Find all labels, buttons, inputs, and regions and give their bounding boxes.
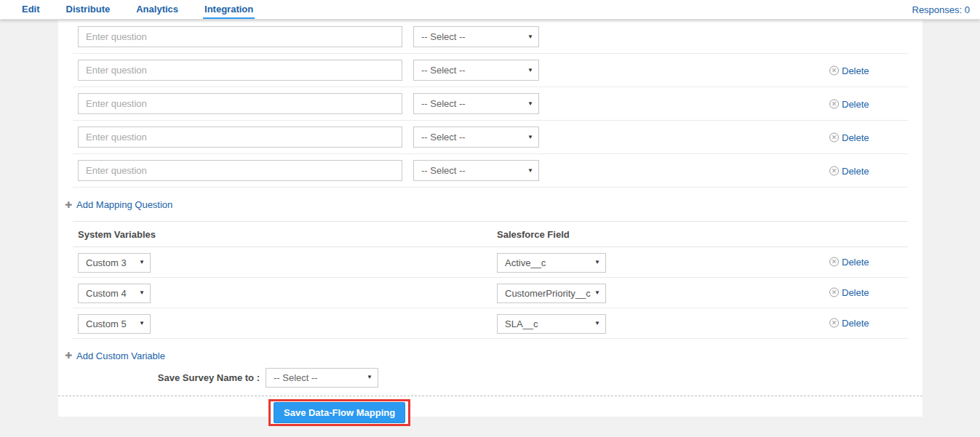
circled-x-icon: ✕ [829,166,839,175]
delete-label: Delete [842,318,869,329]
select-value: -- Select -- [421,98,466,109]
plus-icon: ✚ [65,351,72,360]
select-value: -- Select -- [274,372,318,383]
circled-x-icon: ✕ [829,288,839,297]
delete-label: Delete [842,65,869,76]
chevron-down-icon: ▼ [527,34,533,40]
question-field-select[interactable]: -- Select -- ▼ [413,60,539,81]
salesforce-field-select[interactable]: Active__c ▼ [497,253,606,273]
select-value: -- Select -- [421,165,466,176]
tab-edit[interactable]: Edit [20,0,41,19]
tab-distribute[interactable]: Distribute [65,0,112,19]
delete-variable-button[interactable]: ✕ Delete [829,257,869,268]
save-data-flow-mapping-button[interactable]: Save Data-Flow Mapping [274,402,405,423]
chevron-down-icon: ▼ [594,321,600,326]
salesforce-field-select[interactable]: SLA__c ▼ [497,314,606,334]
chevron-down-icon: ▼ [527,135,533,140]
select-value: -- Select -- [421,31,466,42]
footer-row: Save Data-Flow Mapping [58,396,923,426]
system-variable-select[interactable]: Custom 4 ▼ [78,284,151,303]
variable-row: Custom 5 ▼ SLA__c ▼ ✕ Delete [73,308,908,339]
add-custom-variable-label: Add Custom Variable [76,350,165,361]
chevron-down-icon: ▼ [527,101,533,107]
save-survey-name-row: Save Survey Name to : -- Select -- ▼ [58,366,923,389]
save-survey-name-label: Save Survey Name to : [58,372,266,383]
mapping-question-row: -- Select -- ▼ ✕ Delete [73,154,908,188]
select-value: -- Select -- [421,132,466,143]
variables-header-row: System Variables Salesforce Field [73,222,908,247]
nav-spacer [266,0,912,19]
system-variable-select[interactable]: Custom 5 ▼ [78,314,151,334]
chevron-down-icon: ▼ [367,374,373,380]
question-field-select[interactable]: -- Select -- ▼ [413,127,539,148]
circled-x-icon: ✕ [829,318,839,328]
variable-row: Custom 3 ▼ Active__c ▼ ✕ Delete [73,247,908,278]
select-value: Custom 4 [86,288,127,299]
mapping-question-row: -- Select -- ▼ ✕ Delete [73,87,908,121]
system-variables-header: System Variables [78,222,156,247]
select-value: -- Select -- [421,65,466,76]
integration-panel: -- Select -- ▼ -- Select -- ▼ ✕ Delete -… [58,20,923,417]
annotation-highlight-box: Save Data-Flow Mapping [268,399,410,426]
responses-count[interactable]: Responses: 0 [912,0,971,19]
circled-x-icon: ✕ [829,257,839,267]
plus-icon: ✚ [65,201,72,209]
select-value: CustomerPriority__c [505,288,591,299]
variables-table: System Variables Salesforce Field Custom… [73,221,908,339]
delete-question-button[interactable]: ✕ Delete [829,132,869,143]
top-navbar: Edit Distribute Analytics Integration Re… [0,0,980,20]
add-custom-variable-button[interactable]: ✚ Add Custom Variable [65,350,165,361]
circled-x-icon: ✕ [829,99,839,108]
select-value: Custom 3 [86,257,127,268]
select-value: SLA__c [505,318,538,329]
save-survey-name-select[interactable]: -- Select -- ▼ [266,368,378,388]
delete-question-button[interactable]: ✕ Delete [829,65,869,76]
question-field-select[interactable]: -- Select -- ▼ [413,93,539,114]
chevron-down-icon: ▼ [139,260,145,265]
tab-analytics[interactable]: Analytics [135,0,180,19]
chevron-down-icon: ▼ [594,260,600,265]
delete-question-button[interactable]: ✕ Delete [829,98,869,109]
chevron-down-icon: ▼ [594,290,600,296]
delete-variable-button[interactable]: ✕ Delete [829,318,869,329]
mapping-question-list: -- Select -- ▼ -- Select -- ▼ ✕ Delete -… [73,20,908,188]
question-input[interactable] [78,60,402,81]
question-input[interactable] [78,127,402,148]
mapping-question-row: -- Select -- ▼ [73,20,908,54]
question-input[interactable] [78,93,402,114]
variable-row: Custom 4 ▼ CustomerPriority__c ▼ ✕ Delet… [73,278,908,308]
select-value: Custom 5 [86,318,127,329]
delete-label: Delete [842,132,869,143]
salesforce-field-select[interactable]: CustomerPriority__c ▼ [497,284,606,303]
question-field-select[interactable]: -- Select -- ▼ [413,160,539,181]
select-value: Active__c [505,257,546,268]
delete-question-button[interactable]: ✕ Delete [829,165,869,176]
add-mapping-question-button[interactable]: ✚ Add Mapping Question [65,199,172,210]
chevron-down-icon: ▼ [527,68,533,73]
mapping-question-row: -- Select -- ▼ ✕ Delete [73,54,908,87]
chevron-down-icon: ▼ [139,321,145,326]
add-mapping-question-label: Add Mapping Question [76,199,172,210]
system-variable-select[interactable]: Custom 3 ▼ [78,253,151,273]
chevron-down-icon: ▼ [527,168,533,174]
delete-label: Delete [842,165,869,176]
question-input[interactable] [78,160,402,181]
question-input[interactable] [78,26,402,47]
tab-integration[interactable]: Integration [203,0,255,19]
mapping-question-row: -- Select -- ▼ ✕ Delete [73,121,908,154]
delete-label: Delete [842,257,869,268]
circled-x-icon: ✕ [829,132,839,142]
delete-variable-button[interactable]: ✕ Delete [829,287,869,298]
salesforce-field-header: Salesforce Field [497,222,570,247]
question-field-select[interactable]: -- Select -- ▼ [413,26,539,47]
delete-label: Delete [842,98,869,109]
delete-label: Delete [842,287,869,298]
chevron-down-icon: ▼ [139,290,145,296]
circled-x-icon: ✕ [829,65,839,75]
